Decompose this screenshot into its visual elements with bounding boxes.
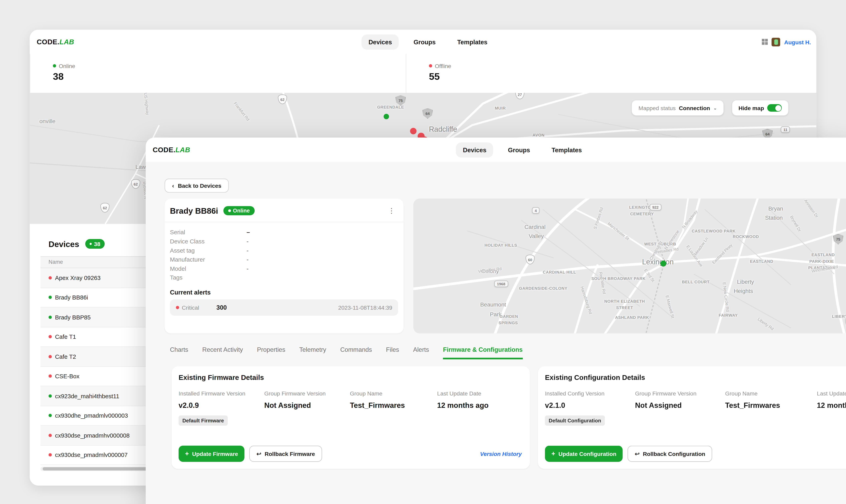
hide-map-toggle[interactable]: [767, 104, 782, 112]
kebab-menu-icon[interactable]: ⋮: [385, 207, 398, 215]
alert-row[interactable]: Critical 300 2023-11-08T18:44:39: [170, 299, 398, 316]
card-title: Existing Configuration Details: [545, 373, 846, 381]
avatar[interactable]: [772, 37, 780, 46]
device-name: Cafe T2: [55, 353, 76, 360]
field-value: -: [247, 247, 249, 253]
firmware-actions: + Update Firmware ↩ Rollback Firmware: [179, 446, 322, 462]
info-column: Group Name Test_Firmwares: [725, 390, 817, 410]
device-map-marker[interactable]: [661, 260, 666, 267]
column-value: Not Assigned: [635, 401, 725, 410]
tab[interactable]: Properties: [257, 340, 285, 359]
device-status-dot-icon: [49, 316, 52, 319]
status-dot-icon: [53, 64, 56, 68]
devices-title: Devices: [49, 239, 79, 248]
field-label: Device Class: [170, 238, 247, 245]
detail-tabs: ChartsRecent ActivityPropertiesTelemetry…: [170, 340, 523, 359]
map-place-label: Liberty: [737, 278, 754, 285]
device-map-marker[interactable]: [410, 128, 416, 134]
field-value: –: [247, 229, 250, 235]
map-controls: Mapped status Connection ⌄ Hide map: [632, 101, 788, 115]
stat-value: 38: [53, 71, 406, 83]
map-place-label: Cardinal: [524, 223, 545, 230]
nav-item[interactable]: Templates: [450, 34, 494, 50]
mapped-status-dropdown[interactable]: Mapped status Connection ⌄: [632, 101, 723, 115]
tab[interactable]: Firmware & Configurations: [443, 340, 523, 359]
device-location-map[interactable]: LEXINGTONCEMETERYCardinalValleyHOLIDAY H…: [413, 199, 846, 334]
map-place-label: PARK-DIXIE: [809, 259, 834, 264]
field-label: Model: [170, 265, 247, 272]
alert-count: 300: [216, 304, 227, 311]
app-logo: CODE.LAB: [37, 30, 74, 54]
tab[interactable]: Files: [386, 340, 399, 359]
app-logo: CODE.LAB: [152, 138, 190, 162]
tab[interactable]: Alerts: [413, 340, 429, 359]
map-place-label: NORTH ELIZABETH: [605, 299, 645, 304]
tab[interactable]: Telemetry: [299, 340, 326, 359]
map-place-label: AVON: [533, 133, 544, 138]
map-place-label: EASTLAND: [750, 259, 773, 264]
app-header: CODE.LAB DevicesGroupsTemplates August H…: [30, 30, 816, 54]
device-name: cx930dhe_pmadmlv000003: [55, 412, 128, 419]
map-place-label: Bryan: [768, 205, 783, 212]
column-label: Installed Firmware Version: [179, 390, 264, 396]
nav-item[interactable]: Devices: [362, 34, 399, 50]
logo-lab: LAB: [59, 38, 74, 46]
online-count-badge: 38: [85, 239, 105, 249]
map-place-label: GARDEN: [500, 314, 518, 319]
column-value: 12 months ago: [817, 401, 846, 410]
nav-item[interactable]: Groups: [501, 142, 537, 158]
current-alerts-heading: Current alerts: [165, 282, 404, 300]
device-status-dot-icon: [49, 296, 52, 299]
map-place-label: Law: [136, 163, 146, 170]
map-place-label: Beaumont: [480, 301, 506, 307]
map-place-label: GARDENSIDE-COLONY: [519, 286, 568, 291]
map-place-label: Valley: [529, 232, 544, 239]
map-place-label: Heights: [734, 288, 753, 294]
firmware-details-card: Existing Firmware Details Installed Firm…: [172, 366, 530, 469]
device-map-marker[interactable]: [384, 114, 389, 119]
route-shield: 11: [781, 126, 790, 133]
online-status-badge: Online: [223, 206, 255, 215]
alert-rows: Critical 300 2023-11-08T18:44:39: [165, 299, 404, 316]
map-place-label: ROCKWOOD: [733, 234, 759, 239]
nav-item[interactable]: Templates: [544, 142, 589, 158]
map-place-label: Station: [765, 214, 782, 221]
route-shield: 4: [532, 207, 540, 214]
stat-cell: Online 38: [30, 54, 406, 93]
apps-grid-icon[interactable]: [762, 39, 768, 45]
user-name[interactable]: August H.: [784, 38, 811, 45]
chevron-left-icon: ‹: [172, 182, 174, 189]
tab[interactable]: Commands: [340, 340, 372, 359]
column-label: Group Firmware Version: [635, 390, 725, 396]
rollback-configuration-button[interactable]: ↩ Rollback Configuration: [628, 446, 712, 462]
config-columns: Installed Config Version v2.1.0 Group Fi…: [545, 390, 846, 410]
tab[interactable]: Charts: [170, 340, 188, 359]
device-name: CSE-Box: [55, 373, 79, 379]
map-place-label: CARDINAL HILL: [543, 270, 576, 274]
column-label: Installed Config Version: [545, 390, 635, 396]
info-column: Last Update Date 12 months ago: [817, 390, 846, 410]
stat-label: Online: [53, 62, 406, 69]
configuration-details-card: Existing Configuration Details Installed…: [538, 366, 846, 469]
back-to-devices-button[interactable]: ‹ Back to Devices: [165, 179, 229, 193]
status-dot-icon: [429, 64, 432, 68]
column-value: v2.0.9: [179, 401, 264, 410]
tab[interactable]: Recent Activity: [202, 340, 243, 359]
nav-item[interactable]: Groups: [407, 34, 443, 50]
map-place-label: EASTLAND: [811, 253, 835, 257]
stat-label: Offline: [429, 62, 451, 69]
map-place-label: BELL COURT: [682, 280, 709, 284]
update-configuration-button[interactable]: + Update Configuration: [545, 446, 623, 462]
update-firmware-button[interactable]: + Update Firmware: [179, 446, 245, 462]
device-fields: Serial – Device Class - Asset tag - Manu…: [165, 222, 404, 282]
logo-code: CODE.: [37, 38, 59, 46]
nav-item[interactable]: Devices: [456, 142, 493, 158]
map-place-label: ASHLAND PARK: [615, 315, 649, 320]
map-place-label: LIBERTY A: [832, 314, 846, 319]
rollback-firmware-button[interactable]: ↩ Rollback Firmware: [249, 446, 322, 462]
version-history-link[interactable]: Version History: [480, 451, 522, 457]
device-summary-card: Brady BB86i Online ⋮ Serial – Device Cla…: [165, 199, 404, 334]
rollback-arrow-icon: ↩: [635, 450, 640, 457]
field-value: -: [247, 238, 249, 245]
map-place-label: onville: [39, 118, 55, 124]
